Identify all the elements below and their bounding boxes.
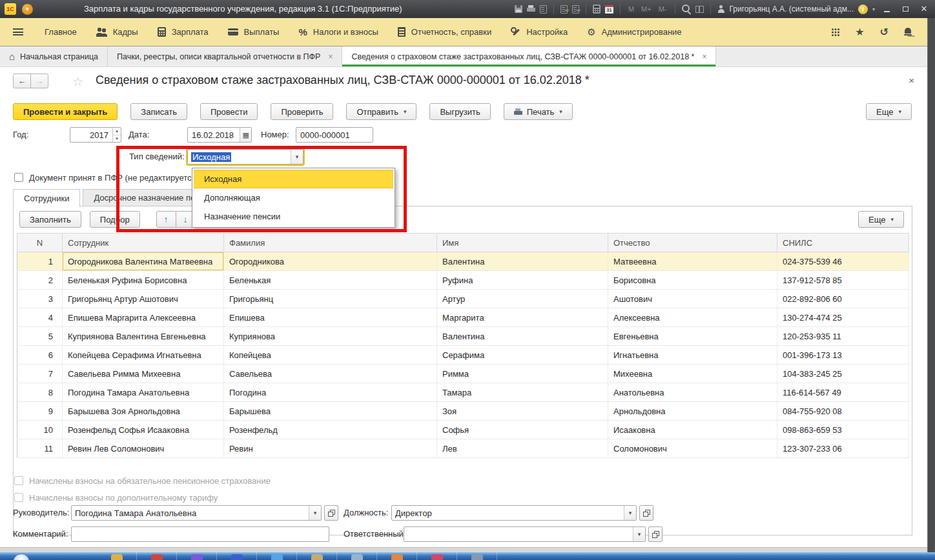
cell-snils[interactable]: 130-274-474 25	[777, 308, 909, 327]
dropdown-option[interactable]: Дополняющая	[194, 188, 393, 207]
favorite-star-icon[interactable]: ☆	[72, 74, 83, 89]
cell-middle[interactable]: Арнольдовна	[608, 402, 777, 421]
cell-middle[interactable]: Исааковна	[608, 421, 777, 439]
cell-last[interactable]: Огородникова	[224, 252, 437, 271]
cell-full[interactable]: Савельева Римма Михеевна	[63, 365, 224, 383]
info-icon[interactable]: i	[858, 5, 868, 14]
save-button[interactable]: Записать	[130, 103, 187, 120]
chevron-down-icon[interactable]: ▾	[309, 506, 321, 520]
move-up-icon[interactable]: ↑	[156, 211, 176, 228]
cell-first[interactable]: Валентина	[437, 327, 608, 346]
tab-employees[interactable]: Сотрудники	[13, 189, 80, 207]
taskbar-button[interactable]	[177, 552, 217, 560]
cell-last[interactable]: Куприянова	[224, 327, 437, 346]
year-input[interactable]	[70, 128, 112, 142]
taskbar-button[interactable]	[97, 552, 137, 560]
open-position-icon[interactable]	[639, 505, 653, 521]
cell-num[interactable]: 9	[17, 402, 63, 421]
cell-middle[interactable]: Евгеньевна	[608, 327, 777, 346]
taskbar-button[interactable]	[417, 552, 457, 560]
open-head-icon[interactable]	[324, 505, 338, 521]
table-row[interactable]: 2Беленькая Руфина БорисовнаБеленькаяРуфи…	[17, 271, 909, 290]
cell-middle[interactable]: Борисовна	[608, 271, 777, 290]
table-row[interactable]: 9Барышева Зоя АрнольдовнаБарышеваЗояАрно…	[17, 402, 909, 421]
cell-full[interactable]: Ревин Лев Соломонович	[63, 439, 224, 458]
export-button[interactable]: Выгрузить	[429, 103, 490, 120]
chevron-down-icon[interactable]: ▾	[633, 527, 645, 541]
column-header-n[interactable]: N	[17, 234, 63, 252]
column-header-snils[interactable]: СНИЛС	[777, 234, 909, 252]
cell-last[interactable]: Ревин	[224, 439, 437, 458]
year-field[interactable]: ▴▾	[70, 127, 121, 143]
cell-first[interactable]: Зоя	[437, 402, 608, 421]
more-table-button[interactable]: Еще▾	[858, 211, 904, 228]
back-button[interactable]: ←	[13, 74, 31, 88]
taskbar-button[interactable]	[337, 552, 377, 560]
cell-middle[interactable]: Михеевна	[608, 365, 777, 383]
head-combobox[interactable]: Погодина Тамара Анатольевна ▾	[71, 505, 322, 521]
menu-item-salary[interactable]: Зарплата	[148, 18, 218, 46]
print-button[interactable]: Печать▾	[504, 103, 573, 120]
taskbar-button[interactable]	[297, 552, 337, 560]
cell-snils[interactable]: 120-253-935 11	[777, 327, 909, 346]
tab-home[interactable]: ⌂ Начальная страница	[0, 46, 108, 66]
cell-middle[interactable]: Игнатьевна	[608, 346, 777, 365]
cell-last[interactable]: Григорьянц	[224, 290, 437, 308]
fill-button[interactable]: Заполнить	[19, 211, 81, 228]
cell-snils[interactable]: 001-396-173 13	[777, 346, 909, 365]
column-header-lastname[interactable]: Фамилия	[224, 234, 437, 252]
responsible-combobox[interactable]: ▾	[404, 526, 646, 542]
cell-full[interactable]: Куприянова Валентина Евгеньевна	[63, 327, 224, 346]
cell-first[interactable]: Валентина	[437, 252, 608, 271]
menu-item-administration[interactable]: ⚙Администрирование	[577, 18, 691, 46]
cell-full[interactable]: Епишева Маргарита Алексеевна	[63, 308, 224, 327]
cell-num[interactable]: 7	[17, 365, 63, 383]
chevron-down-icon[interactable]: ▾	[872, 6, 875, 12]
dropdown-option[interactable]: Исходная	[194, 170, 393, 188]
number-field[interactable]	[296, 127, 373, 143]
cell-last[interactable]: Копейцева	[224, 346, 437, 365]
number-input[interactable]	[296, 128, 373, 142]
cell-num[interactable]: 1	[17, 252, 63, 271]
cell-num[interactable]: 10	[17, 421, 63, 439]
send-button[interactable]: Отправить▾	[346, 103, 416, 120]
cell-last[interactable]: Барышева	[224, 402, 437, 421]
cell-first[interactable]: Маргарита	[437, 308, 608, 327]
zoom-icon[interactable]	[682, 5, 691, 14]
cell-num[interactable]: 5	[17, 327, 63, 346]
comment-input[interactable]	[72, 527, 329, 541]
cell-snils[interactable]: 084-755-920 08	[777, 402, 909, 421]
memory-minus-button[interactable]: M-	[657, 5, 668, 13]
taskbar-button[interactable]	[137, 552, 177, 560]
table-row[interactable]: 11Ревин Лев СоломоновичРевинЛевСоломонов…	[17, 439, 909, 458]
column-header-middlename[interactable]: Отчество	[608, 234, 777, 252]
date-field[interactable]: ▦	[187, 127, 252, 143]
post-and-close-button[interactable]: Провести и закрыть	[13, 103, 118, 120]
column-header-firstname[interactable]: Имя	[437, 234, 608, 252]
cell-first[interactable]: Руфина	[437, 271, 608, 290]
table-row[interactable]: 5Куприянова Валентина ЕвгеньевнаКуприяно…	[17, 327, 909, 346]
print-preview-icon[interactable]	[540, 5, 547, 14]
dropdown-option[interactable]: Назначение пенсии	[194, 207, 393, 226]
forward-button[interactable]: →	[30, 74, 48, 88]
cell-first[interactable]: Софья	[437, 421, 608, 439]
hamburger-menu-icon[interactable]	[13, 28, 23, 35]
compare-files-icon[interactable]	[572, 5, 579, 14]
date-input[interactable]	[188, 128, 240, 142]
menu-item-main[interactable]: Главное	[35, 18, 87, 46]
cell-last[interactable]: Погодина	[224, 383, 437, 402]
position-combobox[interactable]: Директор ▾	[391, 505, 637, 521]
cell-num[interactable]: 4	[17, 308, 63, 327]
favorites-star-icon[interactable]: ★	[855, 27, 864, 37]
table-row[interactable]: 8Погодина Тамара АнатольевнаПогодинаТама…	[17, 383, 909, 402]
cell-last[interactable]: Беленькая	[224, 271, 437, 290]
tab-pfr-batches[interactable]: Пачки, реестры, описи квартальной отчетн…	[108, 46, 342, 66]
cell-middle[interactable]: Матвеевна	[608, 252, 777, 271]
cell-full[interactable]: Григорьянц Артур Ашотович	[63, 290, 224, 308]
save-file-icon[interactable]	[560, 5, 568, 14]
minimize-button[interactable]	[879, 3, 894, 15]
cell-num[interactable]: 2	[17, 271, 63, 290]
menu-item-staff[interactable]: Кадры	[87, 18, 148, 46]
table-row[interactable]: 10Розенфельд Софья ИсааковнаРозенфельдСо…	[17, 421, 909, 439]
cell-first[interactable]: Лев	[437, 439, 608, 458]
